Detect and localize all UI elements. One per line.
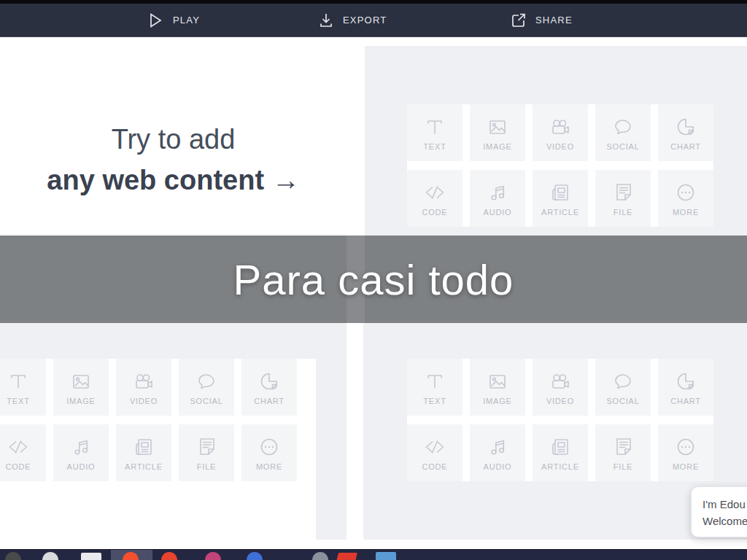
export-button-label: EXPORT bbox=[343, 15, 387, 26]
content-tile-label: VIDEO bbox=[130, 397, 158, 405]
content-tile-file[interactable]: FILE bbox=[595, 424, 651, 481]
content-tile-audio[interactable]: AUDIO bbox=[53, 424, 109, 481]
content-tile-label: ARTICLE bbox=[125, 462, 163, 471]
taskbar-app-icon[interactable] bbox=[161, 552, 177, 560]
text-icon bbox=[422, 370, 447, 393]
content-tile-article[interactable]: ARTICLE bbox=[533, 170, 588, 227]
audio-icon bbox=[485, 181, 510, 204]
content-tile-chart[interactable]: CHART bbox=[241, 359, 297, 416]
content-tile-code[interactable]: CODE bbox=[407, 424, 462, 481]
content-tile-file[interactable]: FILE bbox=[179, 424, 234, 481]
content-tile-label: SOCIAL bbox=[606, 142, 639, 151]
article-icon bbox=[548, 181, 573, 204]
content-tile-label: SOCIAL bbox=[606, 397, 639, 405]
content-tile-audio[interactable]: AUDIO bbox=[470, 170, 525, 227]
share-button-label: SHARE bbox=[535, 15, 573, 26]
social-icon bbox=[611, 115, 635, 139]
file-icon bbox=[194, 435, 219, 459]
content-tile-image[interactable]: IMAGE bbox=[470, 104, 525, 161]
content-tile-label: TEXT bbox=[423, 397, 446, 405]
content-tile-audio[interactable]: AUDIO bbox=[470, 424, 525, 481]
content-tile-label: MORE bbox=[673, 208, 699, 217]
content-tile-social[interactable]: SOCIAL bbox=[595, 359, 651, 416]
content-tile-code[interactable]: CODE bbox=[407, 170, 462, 227]
content-tile-image[interactable]: IMAGE bbox=[53, 359, 109, 416]
web-content-hint: Try to add any web content → bbox=[0, 119, 347, 201]
content-tile-file[interactable]: FILE bbox=[595, 170, 651, 227]
taskbar-app-icon[interactable] bbox=[336, 553, 357, 560]
content-tile-video[interactable]: VIDEO bbox=[533, 359, 588, 416]
play-button-label: PLAY bbox=[173, 15, 200, 26]
code-icon bbox=[6, 435, 31, 459]
content-tile-label: ARTICLE bbox=[541, 208, 579, 217]
content-tile-more[interactable]: MORE bbox=[658, 170, 713, 227]
taskbar-app-icon[interactable] bbox=[312, 552, 328, 560]
content-type-grid-top-right: TEXTIMAGEVIDEOSOCIALCHARTCODEAUDIOARTICL… bbox=[407, 104, 713, 227]
hint-line-2: any web content → bbox=[0, 160, 347, 201]
play-button[interactable]: PLAY bbox=[147, 4, 200, 36]
play-icon bbox=[147, 12, 163, 29]
content-tile-text[interactable]: TEXT bbox=[0, 359, 46, 416]
content-tile-more[interactable]: MORE bbox=[241, 424, 297, 481]
taskbar-app-icon[interactable] bbox=[5, 552, 21, 560]
content-tile-label: CHART bbox=[670, 397, 701, 405]
video-icon bbox=[548, 370, 573, 393]
social-icon bbox=[194, 370, 219, 393]
content-tile-label: CHART bbox=[254, 397, 285, 405]
taskbar-app-icon[interactable] bbox=[205, 552, 221, 560]
video-icon bbox=[131, 370, 156, 393]
download-icon bbox=[319, 12, 333, 28]
image-icon bbox=[485, 370, 510, 393]
current-slide-band: Para casi todo bbox=[0, 236, 747, 323]
text-icon bbox=[422, 115, 447, 139]
export-button[interactable]: EXPORT bbox=[319, 4, 387, 36]
content-tile-text[interactable]: TEXT bbox=[407, 359, 462, 416]
file-icon bbox=[611, 181, 635, 204]
chart-icon bbox=[673, 370, 698, 393]
content-tile-image[interactable]: IMAGE bbox=[470, 359, 525, 416]
content-tile-code[interactable]: CODE bbox=[0, 424, 46, 481]
audio-icon bbox=[69, 435, 93, 459]
audio-icon bbox=[485, 435, 510, 459]
content-tile-label: CHART bbox=[670, 142, 701, 151]
content-tile-text[interactable]: TEXT bbox=[407, 104, 462, 161]
content-tile-chart[interactable]: CHART bbox=[658, 359, 713, 416]
content-tile-label: FILE bbox=[197, 462, 216, 471]
content-tile-label: IMAGE bbox=[66, 397, 95, 405]
taskbar-app-icon[interactable] bbox=[42, 552, 58, 560]
content-tile-label: IMAGE bbox=[483, 397, 511, 405]
content-tile-label: IMAGE bbox=[483, 142, 511, 151]
content-tile-article[interactable]: ARTICLE bbox=[533, 424, 588, 481]
article-icon bbox=[131, 435, 156, 459]
content-tile-more[interactable]: MORE bbox=[658, 424, 713, 481]
social-icon bbox=[611, 370, 635, 393]
content-tile-label: SOCIAL bbox=[190, 397, 222, 405]
content-tile-label: AUDIO bbox=[484, 208, 512, 217]
text-icon bbox=[6, 370, 31, 393]
code-icon bbox=[422, 181, 447, 204]
image-icon bbox=[69, 370, 93, 393]
content-tile-social[interactable]: SOCIAL bbox=[179, 359, 234, 416]
taskbar-app-icon[interactable] bbox=[376, 552, 396, 560]
content-tile-video[interactable]: VIDEO bbox=[116, 359, 171, 416]
hint-line-1: Try to add bbox=[0, 119, 347, 160]
content-tile-label: CODE bbox=[6, 462, 31, 471]
content-tile-label: TEXT bbox=[7, 397, 29, 405]
content-tile-social[interactable]: SOCIAL bbox=[595, 104, 651, 161]
video-icon bbox=[548, 115, 573, 139]
taskbar-app-icon[interactable] bbox=[247, 552, 263, 560]
content-tile-chart[interactable]: CHART bbox=[658, 104, 713, 161]
content-tile-article[interactable]: ARTICLE bbox=[116, 424, 171, 481]
taskbar-app-icon[interactable] bbox=[81, 553, 101, 560]
content-tile-label: TEXT bbox=[423, 142, 446, 151]
content-tile-label: VIDEO bbox=[546, 397, 574, 405]
content-tile-video[interactable]: VIDEO bbox=[533, 104, 588, 161]
share-icon bbox=[511, 12, 526, 28]
app-toolbar: PLAY EXPORT SHARE bbox=[0, 4, 747, 37]
more-icon bbox=[257, 435, 282, 459]
tooltip-line-2: Welcome bbox=[703, 513, 747, 529]
share-button[interactable]: SHARE bbox=[511, 4, 573, 36]
welcome-tooltip[interactable]: I'm Edou Welcome bbox=[691, 486, 747, 537]
content-tile-label: FILE bbox=[614, 462, 632, 471]
content-tile-label: ARTICLE bbox=[541, 462, 579, 471]
